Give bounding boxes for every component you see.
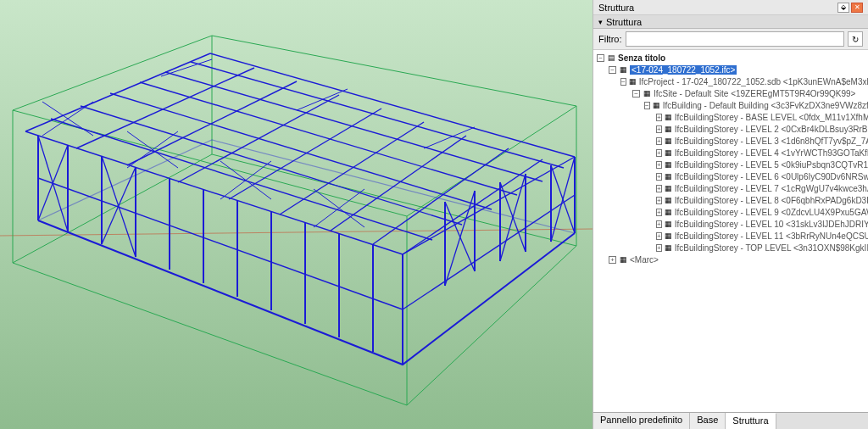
- grid-icon: ▦: [665, 148, 672, 157]
- expand-icon[interactable]: +: [656, 220, 662, 228]
- svg-line-55: [500, 174, 526, 261]
- chevron-down-icon: ▾: [598, 18, 603, 26]
- panel-titlebar: Struttura ⬙ ✕: [593, 0, 868, 15]
- tree-storey[interactable]: +▦IfcBuildingStorey - LEVEL 7 <1cRgWgU7v…: [595, 182, 866, 194]
- structure-tree[interactable]: − ▤ Senza titolo − ▦ <17-024_180722_1052…: [593, 50, 868, 412]
- tree-storey-label: IfcBuildingStorey - BASE LEVEL <0fdx_M11…: [675, 113, 868, 122]
- tree-root[interactable]: − ▤ Senza titolo: [595, 52, 866, 64]
- svg-line-8: [110, 93, 492, 209]
- svg-line-17: [229, 109, 381, 199]
- svg-line-12: [210, 53, 575, 157]
- tree-storey[interactable]: +▦IfcBuildingStorey - LEVEL 4 <1vYrWCTh9…: [595, 147, 866, 159]
- tree-storey[interactable]: +▦IfcBuildingStorey - LEVEL 9 <0ZdcvLU4X…: [595, 206, 866, 218]
- panel-section-header[interactable]: ▾ Struttura: [593, 15, 868, 29]
- close-icon[interactable]: ✕: [851, 3, 863, 13]
- tree-storey-label: IfcBuildingStorey - LEVEL 10 <31skLv3lJD…: [675, 220, 868, 229]
- collapse-icon[interactable]: −: [597, 54, 604, 62]
- tree-building-label: IfcBuilding - Default Building <3c3FvKzD…: [663, 101, 868, 110]
- grid-icon: ▦: [665, 160, 672, 169]
- collapse-icon[interactable]: −: [620, 78, 626, 86]
- file-icon: ▦: [619, 65, 627, 74]
- tree-project[interactable]: − ▦ IfcProject - 17-024_180722_1052.sdb …: [595, 75, 866, 87]
- collapse-icon[interactable]: −: [644, 102, 650, 109]
- grid-icon: ▦: [665, 220, 672, 228]
- tree-storey[interactable]: +▦IfcBuildingStorey - LEVEL 3 <1d6n8hQfT…: [595, 135, 866, 147]
- tree-storey-label: IfcBuildingStorey - TOP LEVEL <3n31OXN$9…: [675, 243, 868, 253]
- filter-input[interactable]: [626, 31, 845, 47]
- panel-title-text: Struttura: [598, 3, 634, 13]
- svg-line-62: [38, 178, 403, 309]
- tree-building[interactable]: − ▦ IfcBuilding - Default Building <3c3F…: [595, 99, 866, 111]
- tree-root-label: Senza titolo: [618, 53, 665, 63]
- tree-storey-label: IfcBuildingStorey - LEVEL 6 <0Ulp6IyC90D…: [675, 172, 868, 181]
- expand-icon[interactable]: +: [609, 256, 616, 264]
- svg-line-18: [280, 122, 424, 214]
- tree-storey-label: IfcBuildingStorey - LEVEL 8 <0F6qbhRxPAD…: [675, 196, 868, 205]
- svg-line-7: [81, 106, 462, 225]
- tree-storey-label: IfcBuildingStorey - LEVEL 7 <1cRgWgU7v4k…: [675, 184, 868, 193]
- refresh-button[interactable]: ↻: [848, 31, 863, 47]
- expand-icon[interactable]: +: [656, 244, 662, 252]
- expand-icon[interactable]: +: [656, 149, 662, 157]
- side-panel: Struttura ⬙ ✕ ▾ Struttura Filtro: ↻ − ▤ …: [593, 0, 868, 429]
- expand-icon[interactable]: +: [656, 232, 662, 240]
- svg-line-16: [178, 95, 339, 182]
- tree-storey[interactable]: +▦IfcBuildingStorey - LEVEL 8 <0F6qbhRxP…: [595, 194, 866, 206]
- viewport-3d[interactable]: [0, 0, 593, 429]
- tree-storey[interactable]: +▦IfcBuildingStorey - LEVEL 5 <0k9iuPsbq…: [595, 159, 866, 170]
- expand-icon[interactable]: +: [656, 197, 662, 204]
- grid-icon: ▦: [665, 113, 672, 121]
- tree-site-label: IfcSite - Default Site <19ZEREgMT5T9R4Or…: [654, 89, 855, 98]
- grid-icon: ▦: [665, 243, 672, 252]
- expand-icon[interactable]: +: [656, 173, 662, 181]
- filter-label: Filtro:: [598, 34, 622, 44]
- filter-row: Filtro: ↻: [593, 29, 868, 50]
- grid-icon: ▦: [665, 231, 672, 240]
- model-icon: ▤: [607, 53, 615, 62]
- expand-icon[interactable]: +: [656, 114, 662, 121]
- collapse-icon[interactable]: −: [609, 66, 616, 74]
- tree-storey[interactable]: +▦IfcBuildingStorey - LEVEL 2 <0CxBr4kDL…: [595, 123, 866, 135]
- expand-icon[interactable]: +: [656, 125, 662, 133]
- collapse-icon[interactable]: −: [632, 90, 640, 98]
- tree-file[interactable]: − ▦ <17-024_180722_1052.ifc>: [595, 64, 866, 75]
- expand-icon[interactable]: +: [656, 185, 662, 192]
- tab-pannello-predefinito[interactable]: Pannello predefinito: [593, 413, 690, 429]
- svg-line-5: [25, 131, 403, 254]
- tree-storey-label: IfcBuildingStorey - LEVEL 5 <0k9iuPsbqn3…: [675, 160, 868, 170]
- tree-storey[interactable]: +▦IfcBuildingStorey - LEVEL 11 <3bRrRyNU…: [595, 230, 866, 242]
- grid-icon: ▦: [665, 196, 672, 204]
- grid-icon: ▦: [665, 136, 672, 145]
- tree-storey-label: IfcBuildingStorey - LEVEL 9 <0ZdcvLU4X9P…: [675, 208, 868, 217]
- tree-project-label: IfcProject - 17-024_180722_1052.sdb <1pK…: [639, 77, 868, 86]
- grid-icon: ▦: [665, 208, 672, 216]
- tree-file-label: <17-024_180722_1052.ifc>: [630, 65, 737, 75]
- tree-storey-label: IfcBuildingStorey - LEVEL 3 <1d6n8hQfT7y…: [675, 136, 868, 146]
- tab-base[interactable]: Base: [690, 413, 726, 429]
- svg-line-0: [0, 229, 593, 236]
- tab-struttura[interactable]: Struttura: [726, 413, 776, 429]
- expand-icon[interactable]: +: [656, 161, 662, 169]
- tree-storey[interactable]: +▦IfcBuildingStorey - TOP LEVEL <3n31OXN…: [595, 242, 866, 254]
- grid-icon: ▦: [665, 125, 672, 133]
- svg-line-6: [51, 119, 432, 240]
- svg-line-61: [102, 167, 136, 244]
- refresh-icon: ↻: [852, 35, 859, 44]
- tree-site[interactable]: − ▦ IfcSite - Default Site <19ZEREgMT5T9…: [595, 87, 866, 99]
- svg-line-13: [25, 53, 210, 131]
- panel-section-label: Struttura: [606, 17, 642, 27]
- grid-icon: ▦: [665, 172, 672, 181]
- grid-icon: ▦: [619, 255, 627, 264]
- tree-storey[interactable]: +▦IfcBuildingStorey - LEVEL 6 <0Ulp6IyC9…: [595, 170, 866, 182]
- pin-icon[interactable]: ⬙: [837, 3, 849, 13]
- tree-storey-label: IfcBuildingStorey - LEVEL 4 <1vYrWCTh93G…: [675, 148, 868, 158]
- tree-marc[interactable]: + ▦ <Marc>: [595, 254, 866, 265]
- tree-storey[interactable]: +▦IfcBuildingStorey - BASE LEVEL <0fdx_M…: [595, 111, 866, 123]
- grid-icon: ▦: [643, 89, 651, 98]
- tree-storey-label: IfcBuildingStorey - LEVEL 11 <3bRrRyNUn4…: [675, 231, 868, 241]
- tree-storey[interactable]: +▦IfcBuildingStorey - LEVEL 10 <31skLv3l…: [595, 218, 866, 230]
- expand-icon[interactable]: +: [656, 209, 662, 216]
- grid-icon: ▦: [629, 77, 637, 86]
- expand-icon[interactable]: +: [656, 137, 662, 145]
- tree-marc-label: <Marc>: [630, 255, 659, 265]
